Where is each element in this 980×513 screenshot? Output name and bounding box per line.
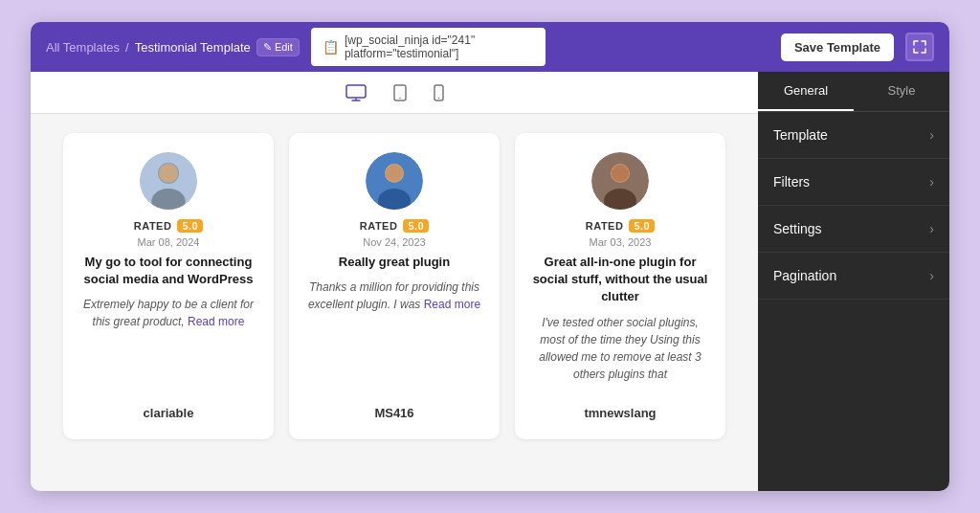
sidebar-menu-settings[interactable]: Settings ›	[758, 206, 949, 253]
shortcode-icon: 📋	[323, 39, 339, 55]
rated-row-1: RATED 5.0	[134, 219, 203, 233]
card-author-3: tmnewslang	[584, 394, 656, 420]
svg-point-6	[437, 97, 439, 99]
breadcrumb: All Templates / Testimonial Template ✎ E…	[46, 38, 300, 56]
rating-badge-3: 5.0	[629, 219, 655, 233]
desktop-button[interactable]	[338, 80, 374, 105]
svg-point-15	[386, 165, 403, 182]
right-sidebar: General Style Template › Filters › Setti…	[758, 72, 949, 491]
rating-badge-1: 5.0	[177, 219, 203, 233]
testimonial-card-2: RATED 5.0 Nov 24, 2023 Really great plug…	[289, 133, 500, 439]
rated-label-1: RATED	[134, 220, 172, 232]
card-body-1: Extremely happy to be a client for this …	[80, 296, 256, 330]
edit-badge[interactable]: ✎ Edit	[256, 38, 300, 56]
chevron-pagination: ›	[929, 268, 934, 283]
main-area: RATED 5.0 Mar 08, 2024 My go to tool for…	[31, 72, 949, 491]
sidebar-menu-pagination[interactable]: Pagination ›	[758, 253, 949, 300]
card-body-3: I've tested other social plugins, most o…	[532, 314, 708, 383]
chevron-settings: ›	[929, 221, 934, 236]
card-title-2: Really great plugin	[339, 254, 450, 271]
testimonial-card-3: RATED 5.0 Mar 03, 2023 Great all-in-one …	[515, 133, 725, 439]
svg-rect-0	[346, 85, 366, 98]
svg-point-19	[612, 165, 629, 182]
sidebar-tabs: General Style	[758, 72, 949, 112]
avatar-1	[140, 152, 197, 210]
save-template-button[interactable]: Save Template	[781, 33, 894, 61]
breadcrumb-current: Testimonial Template	[135, 40, 251, 55]
chevron-template: ›	[929, 127, 934, 143]
rated-row-3: RATED 5.0	[586, 219, 655, 233]
card-date-2: Nov 24, 2023	[363, 236, 425, 248]
testimonial-card-1: RATED 5.0 Mar 08, 2024 My go to tool for…	[63, 133, 274, 439]
sidebar-menu-pagination-label: Pagination	[773, 268, 836, 283]
card-title-3: Great all-in-one plugin for social stuff…	[532, 254, 708, 306]
sidebar-menu-template-label: Template	[773, 127, 828, 143]
sidebar-menu: Template › Filters › Settings › Paginati…	[758, 112, 949, 491]
read-more-1[interactable]: Read more	[188, 315, 244, 328]
sidebar-menu-filters[interactable]: Filters ›	[758, 159, 949, 206]
device-toolbar	[31, 72, 758, 114]
rated-row-2: RATED 5.0	[360, 219, 429, 233]
card-date-3: Mar 03, 2023	[590, 236, 652, 248]
avatar-2	[366, 152, 423, 210]
card-title-1: My go to tool for connecting social medi…	[80, 254, 256, 288]
sidebar-menu-filters-label: Filters	[773, 174, 810, 190]
breadcrumb-separator: /	[125, 40, 129, 55]
svg-point-10	[159, 164, 178, 183]
shortcode-bar[interactable]: 📋 [wp_social_ninja id="241" platform="te…	[311, 28, 546, 66]
cards-area: RATED 5.0 Mar 08, 2024 My go to tool for…	[31, 114, 758, 491]
breadcrumb-all-templates[interactable]: All Templates	[46, 40, 120, 55]
sidebar-menu-settings-label: Settings	[773, 221, 822, 236]
read-more-2[interactable]: Read more	[424, 298, 480, 311]
top-bar: All Templates / Testimonial Template ✎ E…	[31, 22, 949, 72]
rated-label-3: RATED	[586, 220, 624, 232]
chevron-filters: ›	[929, 174, 934, 190]
rating-badge-2: 5.0	[403, 219, 429, 233]
avatar-3	[591, 152, 649, 210]
app-container: All Templates / Testimonial Template ✎ E…	[31, 22, 949, 491]
card-body-2: Thanks a million for providing this exce…	[306, 279, 482, 313]
tablet-button[interactable]	[386, 80, 414, 105]
svg-point-4	[399, 97, 401, 99]
card-author-1: clariable	[144, 394, 194, 420]
mobile-button[interactable]	[426, 80, 452, 105]
rated-label-2: RATED	[360, 220, 398, 232]
shortcode-text: [wp_social_ninja id="241" platform="test…	[345, 33, 535, 60]
tab-style[interactable]: Style	[854, 72, 949, 111]
preview-area: RATED 5.0 Mar 08, 2024 My go to tool for…	[31, 72, 758, 491]
sidebar-menu-template[interactable]: Template ›	[758, 112, 949, 159]
expand-button[interactable]	[905, 33, 934, 61]
tab-general[interactable]: General	[758, 72, 854, 111]
card-author-2: MS416	[374, 394, 413, 420]
card-date-1: Mar 08, 2024	[138, 236, 200, 248]
